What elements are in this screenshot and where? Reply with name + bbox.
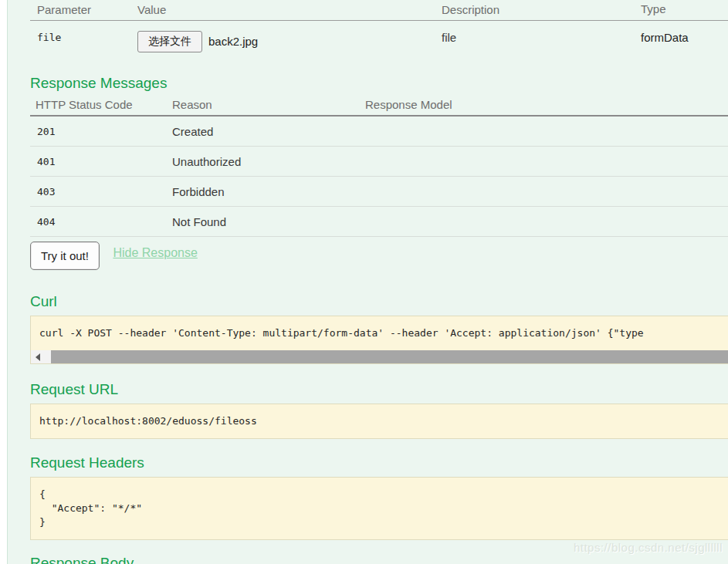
col-header-description: Description <box>440 3 641 20</box>
selected-file-name: back2.jpg <box>208 35 258 48</box>
col-header-parameter: Parameter <box>30 3 137 20</box>
response-body-heading: Response Body <box>30 554 728 564</box>
parameter-description: file <box>440 27 641 64</box>
status-code: 401 <box>30 156 172 167</box>
response-row-201: 201 Created <box>30 117 728 147</box>
status-reason: Unauthorized <box>172 155 365 168</box>
response-messages-table-header: HTTP Status Code Reason Response Model <box>30 96 728 117</box>
col-header-value: Value <box>137 3 440 20</box>
col-header-parameter-type: Parameter Type <box>641 0 704 20</box>
parameter-type-value: formData <box>641 27 728 64</box>
try-it-out-button[interactable]: Try it out! <box>30 241 100 270</box>
horizontal-scrollbar[interactable] <box>31 350 728 363</box>
request-url-value: http://localhost:8002/eduoss/fileoss <box>31 404 728 438</box>
status-reason: Forbidden <box>172 185 365 198</box>
curl-code-box: curl -X POST --header 'Content-Type: mul… <box>30 316 728 364</box>
status-reason: Created <box>172 125 365 138</box>
status-reason: Not Found <box>172 215 365 228</box>
status-code: 404 <box>30 216 172 228</box>
request-url-box: http://localhost:8002/eduoss/fileoss <box>30 404 728 439</box>
choose-file-button[interactable]: 选择文件 <box>137 31 202 52</box>
request-url-heading: Request URL <box>30 380 728 398</box>
actions-bar: Try it out! Hide Response <box>30 241 728 275</box>
hide-response-link[interactable]: Hide Response <box>113 246 197 260</box>
curl-command: curl -X POST --header 'Content-Type: mul… <box>31 316 728 350</box>
response-row-404: 404 Not Found <box>30 207 728 237</box>
status-code: 403 <box>30 186 172 198</box>
scrollbar-thumb[interactable] <box>51 350 728 363</box>
post-operation-panel: Parameter Value Description Parameter Ty… <box>7 0 728 564</box>
request-headers-json: { "Accept": "*/*" } <box>31 478 728 539</box>
col-header-response-model: Response Model <box>365 98 728 111</box>
request-headers-box: { "Accept": "*/*" } <box>30 477 728 540</box>
parameter-row: file 选择文件 back2.jpg file formData <box>30 21 728 64</box>
csdn-watermark: https://blog.csdn.net/sjgllllll <box>574 541 723 554</box>
response-row-401: 401 Unauthorized <box>30 147 728 177</box>
request-headers-heading: Request Headers <box>30 454 728 471</box>
parameters-table-header: Parameter Value Description Parameter Ty… <box>30 0 728 21</box>
parameter-name: file <box>30 27 137 64</box>
col-header-http-status-code: HTTP Status Code <box>30 98 172 111</box>
response-row-403: 403 Forbidden <box>30 177 728 207</box>
status-code: 201 <box>30 126 172 137</box>
col-header-reason: Reason <box>172 98 365 111</box>
curl-heading: Curl <box>30 292 728 310</box>
response-messages-heading: Response Messages <box>30 74 728 92</box>
scroll-left-arrow-icon[interactable] <box>31 350 44 363</box>
